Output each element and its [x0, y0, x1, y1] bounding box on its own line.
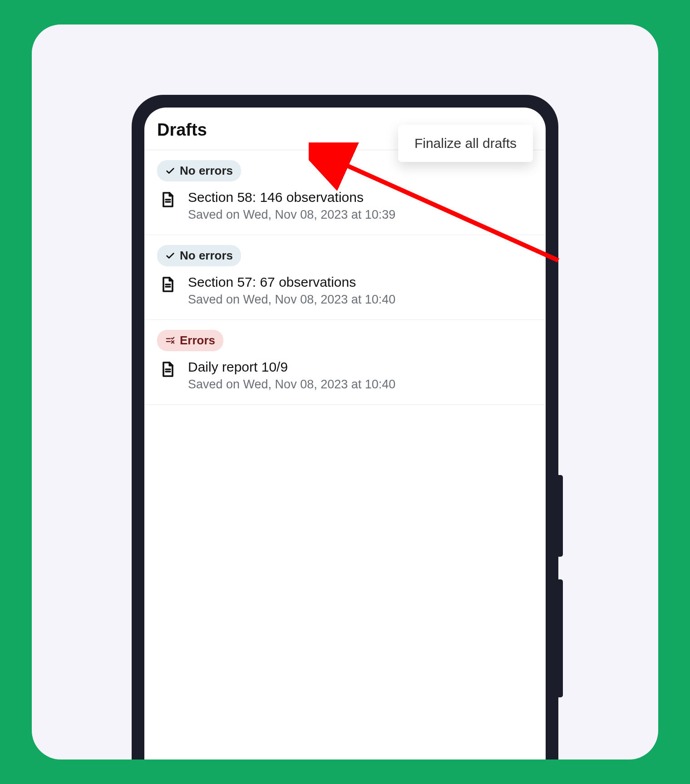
rules-error-icon	[165, 336, 175, 346]
draft-item-saved: Saved on Wed, Nov 08, 2023 at 10:39	[188, 208, 533, 222]
draft-item-text: Daily report 10/9 Saved on Wed, Nov 08, …	[188, 359, 533, 392]
check-icon	[165, 251, 175, 261]
draft-item-saved: Saved on Wed, Nov 08, 2023 at 10:40	[188, 293, 533, 307]
draft-item-title: Section 58: 146 observations	[188, 190, 533, 205]
dropdown-menu[interactable]: Finalize all drafts	[398, 125, 533, 162]
page-container: Drafts Finalize all drafts No errors	[0, 0, 690, 784]
status-badge-label: Errors	[180, 333, 215, 348]
draft-item-text: Section 57: 67 observations Saved on Wed…	[188, 274, 533, 307]
status-badge-no-errors: No errors	[157, 160, 241, 181]
phone-screen: Drafts Finalize all drafts No errors	[144, 108, 546, 760]
phone-side-button-1	[558, 475, 563, 557]
status-badge-label: No errors	[180, 164, 233, 178]
phone-frame: Drafts Finalize all drafts No errors	[132, 95, 558, 760]
draft-item-row: Section 57: 67 observations Saved on Wed…	[157, 274, 533, 307]
content-card: Drafts Finalize all drafts No errors	[32, 24, 658, 760]
status-badge-no-errors: No errors	[157, 245, 241, 266]
document-icon	[159, 360, 177, 378]
draft-item[interactable]: Errors	[144, 320, 546, 405]
drafts-list: No errors	[144, 150, 546, 405]
check-icon	[165, 166, 175, 176]
dropdown-item-finalize-all[interactable]: Finalize all drafts	[414, 136, 517, 151]
draft-item-row: Daily report 10/9 Saved on Wed, Nov 08, …	[157, 359, 533, 392]
document-icon	[159, 191, 177, 209]
phone-side-button-2	[558, 579, 563, 697]
draft-item[interactable]: No errors	[144, 235, 546, 320]
draft-item-text: Section 58: 146 observations Saved on We…	[188, 190, 533, 222]
draft-item-saved: Saved on Wed, Nov 08, 2023 at 10:40	[188, 377, 533, 392]
draft-item[interactable]: No errors	[144, 150, 546, 235]
draft-item-title: Section 57: 67 observations	[188, 274, 533, 290]
draft-item-title: Daily report 10/9	[188, 359, 533, 375]
draft-item-row: Section 58: 146 observations Saved on We…	[157, 190, 533, 222]
status-badge-label: No errors	[180, 249, 233, 263]
status-badge-errors: Errors	[157, 330, 223, 351]
document-icon	[159, 275, 177, 294]
